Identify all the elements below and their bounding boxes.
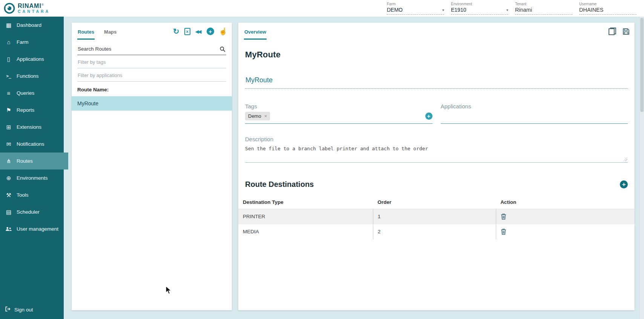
add-destination-icon[interactable]: + xyxy=(620,180,628,188)
routes-list-panel: Routes Maps ↻ x ◀◀ + ☝ xyxy=(72,23,232,310)
sidebar-item-farm[interactable]: ⌂ Farm xyxy=(0,34,64,51)
sidebar-item-functions[interactable]: >_ Functions xyxy=(0,68,64,85)
sidebar-item-routes[interactable]: ⋔ Routes xyxy=(0,153,68,170)
filter-tags-input[interactable] xyxy=(77,57,226,68)
sidebar-item-label: Applications xyxy=(17,56,44,62)
save-icon[interactable] xyxy=(622,28,630,35)
user-management-icon xyxy=(5,227,12,231)
action-cell xyxy=(496,209,635,224)
route-list-item-label: MyRoute xyxy=(77,100,98,106)
sign-out-button[interactable]: Sign out xyxy=(0,302,64,317)
sidebar-item-label: Queries xyxy=(17,90,34,96)
table-row: PRINTER 1 xyxy=(238,209,635,224)
page-title: MyRoute xyxy=(245,50,628,60)
farm-select[interactable]: DEMO ▾ xyxy=(387,7,444,15)
delete-destination-icon[interactable] xyxy=(501,213,506,220)
sidebar-item-label: Notifications xyxy=(17,141,44,147)
search-routes-field xyxy=(77,44,226,55)
tag-chip-label: Demo xyxy=(248,113,261,119)
environment-field: Environment E1910 ▾ xyxy=(451,2,508,15)
tags-control[interactable]: Demo × + xyxy=(245,110,432,124)
add-tag-icon[interactable]: + xyxy=(425,112,432,120)
export-excel-icon[interactable]: x xyxy=(184,28,190,35)
sidebar-item-label: Extensions xyxy=(17,124,41,130)
route-name-input[interactable] xyxy=(245,76,628,89)
sidebar-item-scheduler[interactable]: ▤ Scheduler xyxy=(0,203,64,220)
search-routes-input[interactable] xyxy=(77,44,226,55)
route-name-list-header: Route Name: xyxy=(77,87,226,92)
username-value-row: DHAINES xyxy=(579,7,636,15)
sidebar-item-dashboard[interactable]: ▦ Dashboard xyxy=(0,17,64,34)
detail-actions xyxy=(609,28,630,35)
username-label: Username xyxy=(579,2,636,6)
description-field: Description Sen the file to a branch lab… xyxy=(245,136,628,163)
rewind-icon[interactable]: ◀◀ xyxy=(195,29,202,34)
filter-applications-input[interactable] xyxy=(77,70,226,81)
logo-subname: CANTARA xyxy=(18,9,50,14)
col-order: Order xyxy=(373,196,496,209)
sidebar-item-label: Routes xyxy=(17,158,33,164)
description-textarea[interactable]: Sen the file to a branch label printer a… xyxy=(245,146,628,153)
sidebar-item-environments[interactable]: ⊕ Environments xyxy=(0,170,64,186)
refresh-icon[interactable]: ↻ xyxy=(173,28,179,35)
sidebar-item-applications[interactable]: ▯ Applications xyxy=(0,51,64,68)
destination-type-cell: PRINTER xyxy=(238,209,373,224)
tab-overview[interactable]: Overview xyxy=(244,23,267,40)
add-route-icon[interactable]: + xyxy=(207,28,214,35)
sidebar-item-reports[interactable]: ⚑ Reports xyxy=(0,102,64,119)
sidebar-item-label: Reports xyxy=(17,107,34,113)
tags-applications-row: Tags Demo × + Applications xyxy=(245,103,628,124)
route-destinations-title: Route Destinations xyxy=(245,180,314,189)
farm-label: Farm xyxy=(387,2,444,6)
routes-toolbar: ↻ x ◀◀ + ☝ xyxy=(173,28,227,35)
remove-tag-icon[interactable]: × xyxy=(264,114,267,119)
top-header: RINAMI® CANTARA Farm DEMO ▾ Environment … xyxy=(0,0,644,17)
environment-select[interactable]: E1910 ▾ xyxy=(451,7,508,15)
delete-destination-icon[interactable] xyxy=(501,228,506,235)
detail-content: MyRoute Tags Demo × + Applications xyxy=(238,50,635,239)
vertical-scrollbar[interactable] xyxy=(639,17,644,319)
sidebar-item-user-management[interactable]: User management xyxy=(0,220,64,237)
scheduler-icon: ▤ xyxy=(5,209,12,216)
table-header-row: Destination Type Order Action xyxy=(238,196,635,209)
environment-value: E1910 xyxy=(451,7,466,13)
resize-handle[interactable] xyxy=(623,157,627,161)
hand-icon[interactable]: ☝ xyxy=(219,28,227,35)
functions-icon: >_ xyxy=(5,74,12,79)
dashboard-icon: ▦ xyxy=(5,22,12,29)
applications-icon: ▯ xyxy=(5,56,12,63)
logo-text: RINAMI® CANTARA xyxy=(18,3,50,14)
notifications-icon: ✉ xyxy=(5,141,12,148)
app-root: RINAMI® CANTARA Farm DEMO ▾ Environment … xyxy=(0,0,644,319)
tenant-value-row: Rinami xyxy=(515,7,572,15)
tab-routes-label: Routes xyxy=(78,29,94,35)
context-fields: Farm DEMO ▾ Environment E1910 ▾ Tenant R… xyxy=(387,2,644,15)
logo-registered-mark: ® xyxy=(41,3,44,6)
sidebar-item-tools[interactable]: ⚒ Tools xyxy=(0,186,64,203)
tenant-field: Tenant Rinami xyxy=(515,2,572,15)
destinations-table: Destination Type Order Action PRINTER 1 xyxy=(238,196,635,239)
destinations-table-wrap: Destination Type Order Action PRINTER 1 xyxy=(238,196,635,239)
copy-icon[interactable] xyxy=(609,28,616,35)
sidebar-item-notifications[interactable]: ✉ Notifications xyxy=(0,136,64,153)
sidebar-item-queries[interactable]: ≡ Queries xyxy=(0,85,64,102)
sidebar-item-extensions[interactable]: ⊞ Extensions xyxy=(0,119,64,136)
reports-icon: ⚑ xyxy=(5,107,12,114)
farm-value: DEMO xyxy=(387,7,403,13)
sidebar-item-label: Dashboard xyxy=(17,22,41,28)
queries-icon: ≡ xyxy=(5,90,12,96)
sidebar-item-label: Functions xyxy=(17,73,39,79)
route-list-item[interactable]: MyRoute xyxy=(72,96,232,111)
farm-field: Farm DEMO ▾ xyxy=(387,2,444,15)
detail-panel-tabs: Overview xyxy=(238,23,635,40)
applications-control[interactable] xyxy=(441,110,628,124)
sidebar-item-label: Tools xyxy=(17,192,29,198)
scrollbar-thumb[interactable] xyxy=(640,18,644,112)
col-action: Action xyxy=(496,196,635,209)
tab-routes[interactable]: Routes xyxy=(77,23,95,40)
filter-applications-field xyxy=(77,70,226,82)
tab-maps[interactable]: Maps xyxy=(104,23,117,40)
applications-label: Applications xyxy=(441,103,628,109)
col-destination-type: Destination Type xyxy=(238,196,373,209)
route-detail-panel: Overview MyRoute Tags xyxy=(238,23,635,310)
